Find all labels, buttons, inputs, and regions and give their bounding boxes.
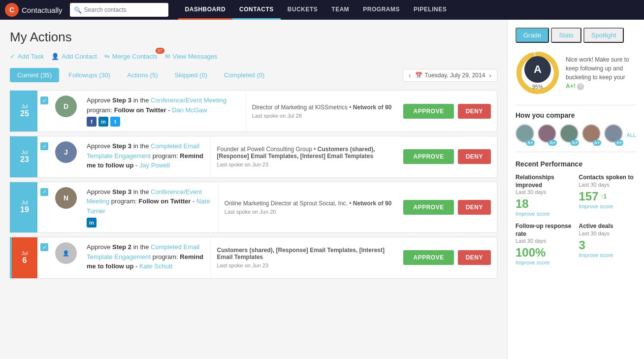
checkbox-icon: ✓ bbox=[40, 243, 48, 251]
item-title: Approve Step 3 in the Conference/Event M… bbox=[87, 187, 212, 216]
nav-dashboard[interactable]: DASHBOARD bbox=[178, 0, 233, 20]
item-month: Jul bbox=[22, 200, 28, 205]
item-content: Approve Step 3 in the Completed Email Te… bbox=[81, 136, 210, 177]
item-title: Approve Step 3 in the Completed Email Te… bbox=[87, 141, 204, 170]
item-checkbox[interactable]: ✓ bbox=[37, 136, 51, 177]
page-title: My Actions bbox=[10, 30, 497, 45]
twitter-icon[interactable]: t bbox=[110, 117, 120, 127]
date-nav: ‹ 📅 Tuesday, July 29, 2014 › bbox=[403, 69, 497, 82]
top-nav: C Contactually 🔍 DASHBOARD CONTACTS BUCK… bbox=[0, 0, 644, 20]
recent-performance: Recent Performance Relationships improve… bbox=[515, 160, 636, 265]
item-checkbox[interactable]: ✓ bbox=[37, 237, 51, 278]
grade-tabs: Grade Stats Spotlight bbox=[515, 28, 636, 43]
view-messages-link[interactable]: ✉ View Messages bbox=[165, 53, 218, 60]
rp-label: Relationships improved bbox=[515, 174, 573, 189]
av-badge: A+ bbox=[593, 140, 602, 146]
program-link[interactable]: Conference/Event Meeting bbox=[151, 97, 226, 104]
rp-sublabel: Last 30 days bbox=[515, 189, 573, 195]
grade-section: A 95% Nice work! Make sure to keep follo… bbox=[515, 51, 636, 95]
item-meta: Founder at Powell Consulting Group • Cus… bbox=[210, 136, 397, 177]
search-input[interactable] bbox=[84, 6, 163, 13]
av-badge: A+ bbox=[615, 140, 624, 146]
improve-link[interactable]: Improve score bbox=[515, 211, 573, 217]
grade-text: Nice work! Make sure to keep following u… bbox=[566, 55, 636, 91]
item-month: Jul bbox=[22, 104, 28, 109]
search-icon: 🔍 bbox=[74, 6, 82, 14]
tab-completed[interactable]: Completed (0) bbox=[217, 68, 272, 82]
tab-skipped[interactable]: Skipped (0) bbox=[167, 68, 214, 82]
search-box[interactable]: 🔍 bbox=[70, 3, 168, 17]
question-icon[interactable]: ? bbox=[577, 83, 584, 90]
person-link[interactable]: Kate Schutt bbox=[139, 262, 172, 270]
contact-role: Founder at Powell Consulting Group • Cus… bbox=[217, 146, 391, 160]
date-prev-btn[interactable]: ‹ bbox=[407, 71, 413, 79]
logo-icon: C bbox=[5, 3, 19, 17]
contact-role: Director of Marketing at KISSmetrics • N… bbox=[252, 104, 392, 111]
nav-programs[interactable]: PROGRAMS bbox=[356, 0, 407, 20]
deny-button[interactable]: DENY bbox=[458, 200, 491, 215]
item-title: Approve Step 2 in the Completed Email Te… bbox=[87, 242, 204, 271]
checkbox-icon: ✓ bbox=[40, 97, 48, 104]
approve-button[interactable]: APPROVE bbox=[403, 149, 453, 164]
rp-card-relationships: Relationships improved Last 30 days 18 I… bbox=[515, 174, 573, 217]
facebook-icon[interactable]: f bbox=[87, 117, 97, 127]
deny-button[interactable]: DENY bbox=[458, 250, 491, 265]
grade-tab[interactable]: Grade bbox=[515, 28, 549, 43]
rp-title: Recent Performance bbox=[515, 160, 636, 168]
compare-avatar: A+ bbox=[538, 124, 557, 146]
tab-current[interactable]: Current (35) bbox=[10, 68, 59, 82]
tabs-bar: Current (35) Followups (30) Actions (5) … bbox=[10, 68, 497, 82]
nav-buckets[interactable]: BUCKETS bbox=[281, 0, 325, 20]
checkbox-icon: ✓ bbox=[40, 188, 48, 196]
linkedin-icon[interactable]: in bbox=[98, 117, 108, 127]
date-next-btn[interactable]: › bbox=[487, 71, 493, 79]
stats-tab[interactable]: Stats bbox=[551, 28, 581, 43]
merge-icon: ⇋ bbox=[104, 53, 110, 60]
tab-followups[interactable]: Followups (30) bbox=[61, 68, 118, 82]
nav-contacts[interactable]: CONTACTS bbox=[232, 0, 281, 20]
item-checkbox[interactable]: ✓ bbox=[37, 91, 51, 131]
av-badge: A+ bbox=[570, 140, 579, 146]
item-day: 19 bbox=[20, 205, 29, 214]
rp-value: 100% bbox=[515, 246, 573, 260]
sidebar: Grade Stats Spotlight A 95% Nice work! M… bbox=[507, 20, 644, 359]
approve-button[interactable]: APPROVE bbox=[403, 104, 453, 119]
contact-role: Online Marketing Director at Sprout Soci… bbox=[225, 200, 392, 207]
item-actions: APPROVE DENY bbox=[397, 136, 497, 177]
avatar: J bbox=[55, 141, 77, 163]
linkedin-icon[interactable]: in bbox=[87, 218, 97, 228]
approve-button[interactable]: APPROVE bbox=[403, 200, 453, 215]
checkbox-icon: ✓ bbox=[40, 142, 48, 150]
grade-letter: A bbox=[524, 56, 551, 83]
person-link[interactable]: Jay Powell bbox=[139, 162, 170, 169]
rp-sublabel: Last 30 days bbox=[579, 182, 637, 188]
avatar: N bbox=[55, 187, 77, 209]
add-task-link[interactable]: ✓ Add Task bbox=[10, 53, 44, 60]
item-day: 25 bbox=[20, 109, 29, 118]
merge-contacts-link[interactable]: ⇋ Merge Contacts 37 bbox=[104, 53, 158, 60]
spotlight-tab[interactable]: Spotlight bbox=[583, 28, 624, 43]
improve-link[interactable]: Improve score bbox=[579, 252, 637, 258]
deny-button[interactable]: DENY bbox=[458, 104, 491, 119]
deny-button[interactable]: DENY bbox=[458, 149, 491, 164]
approve-button[interactable]: APPROVE bbox=[403, 250, 453, 265]
rp-sublabel: Last 30 days bbox=[515, 238, 573, 244]
nav-pipelines[interactable]: PIPELINES bbox=[407, 0, 453, 20]
all-link[interactable]: ALL bbox=[626, 132, 636, 138]
action-item: Jul 25 ✓ D Approve Step 3 in the Confere… bbox=[10, 90, 497, 132]
improve-link[interactable]: Improve score bbox=[579, 203, 637, 209]
logo[interactable]: C Contactually bbox=[5, 3, 63, 17]
item-checkbox[interactable]: ✓ bbox=[37, 182, 51, 233]
person-link[interactable]: Dan McGaw bbox=[172, 106, 207, 114]
contact-role: Customers (shared), [Response] Email Tem… bbox=[217, 247, 391, 261]
compare-avatar: A+ bbox=[560, 124, 579, 146]
item-actions: APPROVE DENY bbox=[397, 182, 497, 233]
rp-value: 18 bbox=[515, 197, 573, 211]
add-contact-link[interactable]: 👤 Add Contact bbox=[51, 53, 97, 60]
person-icon: 👤 bbox=[51, 53, 59, 60]
tab-actions[interactable]: Actions (5) bbox=[120, 68, 165, 82]
improve-link[interactable]: Improve score bbox=[515, 260, 573, 265]
action-bar: ✓ Add Task 👤 Add Contact ⇋ Merge Contact… bbox=[10, 53, 497, 60]
item-date: Jul 25 bbox=[12, 91, 37, 131]
nav-team[interactable]: TEAM bbox=[324, 0, 356, 20]
